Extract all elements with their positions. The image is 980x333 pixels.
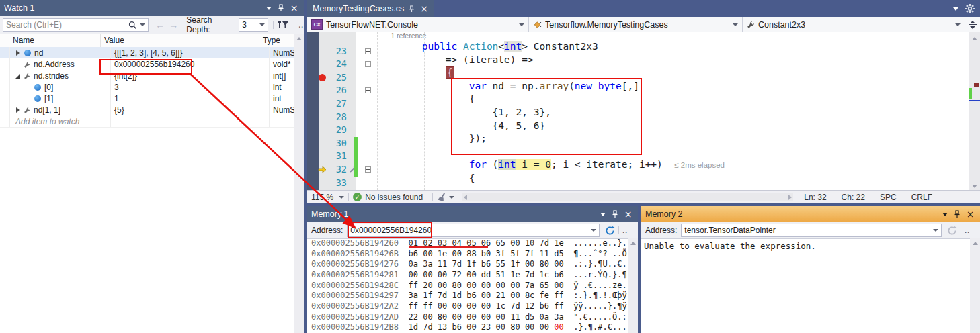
project-dropdown[interactable]: C# TensorFlowNET.Console bbox=[307, 17, 529, 32]
gear-icon[interactable] bbox=[965, 4, 975, 13]
search-options-caret[interactable] bbox=[140, 23, 145, 26]
breakpoint-margin[interactable] bbox=[307, 32, 319, 190]
toolbar-overflow[interactable]: .. bbox=[298, 21, 304, 29]
collapse-region-icon[interactable] bbox=[365, 48, 371, 54]
watch-value[interactable]: {int[2]} bbox=[111, 70, 270, 81]
watch-row[interactable]: nd.strides {int[2]} int[] bbox=[0, 70, 294, 82]
column-header-value[interactable]: Value bbox=[101, 34, 259, 47]
column-header-type[interactable]: Type bbox=[259, 34, 294, 47]
watch-value[interactable]: {[[1, 2, 3], [4, 5, 6]]} bbox=[111, 47, 270, 58]
column-header-name[interactable]: Name bbox=[9, 34, 101, 47]
search-depth-select[interactable]: 3 bbox=[239, 18, 268, 32]
memory-address: 0x000002556B194297 bbox=[311, 291, 399, 300]
memory-row: 0x000002556B194297 3a 1f 7d 1d b6 00 21 … bbox=[307, 291, 628, 301]
watch-value[interactable]: 0x000002556b194260 bbox=[111, 58, 270, 70]
watch-value[interactable]: {5} bbox=[111, 104, 270, 115]
watch-add-row[interactable]: Add item to watch bbox=[0, 115, 294, 128]
memory1-scrollbar[interactable] bbox=[628, 238, 638, 333]
window-menu-button[interactable] bbox=[939, 209, 950, 220]
add-item-to-watch[interactable]: Add item to watch bbox=[10, 115, 111, 127]
watch-row[interactable]: [1] 1 int bbox=[0, 93, 294, 105]
window-menu-button[interactable] bbox=[263, 3, 274, 13]
refresh-button[interactable] bbox=[605, 226, 615, 236]
scroll-left-icon[interactable] bbox=[464, 195, 467, 200]
scroll-up-icon[interactable] bbox=[973, 242, 978, 245]
code-line bbox=[375, 146, 969, 160]
chevron-down-icon bbox=[266, 7, 272, 10]
tab-list-chevron-icon[interactable] bbox=[953, 7, 958, 11]
code-text[interactable]: 1 reference public Action<int> Constant2… bbox=[375, 32, 969, 190]
status-column: Ch: 22 bbox=[842, 193, 865, 202]
address-history-caret[interactable] bbox=[591, 229, 596, 232]
watch-row[interactable]: nd.Address 0x000002556b194260 void* bbox=[0, 58, 294, 70]
watch-row[interactable]: nd {[[1, 2, 3], [4, 5, 6]]} NumShar... bbox=[0, 47, 294, 59]
scroll-down-icon[interactable] bbox=[972, 185, 977, 188]
pin-button[interactable] bbox=[952, 209, 963, 220]
memory1-title: Memory 1 bbox=[311, 209, 349, 219]
memory-bytes-changed: 00 bbox=[554, 322, 563, 332]
code-line: => (iterate) => bbox=[375, 54, 969, 68]
collapse-region-icon[interactable] bbox=[365, 166, 371, 173]
clean-document-button[interactable] bbox=[437, 193, 454, 201]
pin-icon[interactable] bbox=[409, 5, 415, 13]
pin-button[interactable] bbox=[610, 209, 621, 220]
scroll-up-icon[interactable] bbox=[630, 242, 636, 245]
memory-ascii: :.}.¶.!.Œþÿ bbox=[573, 291, 626, 300]
code-area[interactable]: 23 24 25 bbox=[307, 32, 980, 190]
memory1-address-input[interactable]: 0x000002556B194260 bbox=[347, 224, 600, 237]
pin-button[interactable] bbox=[276, 3, 287, 13]
search-input[interactable]: Search (Ctrl+E) bbox=[3, 18, 149, 32]
issues-status[interactable]: No issues found bbox=[365, 193, 423, 202]
close-icon[interactable]: × bbox=[420, 4, 428, 13]
toolbar-overflow[interactable]: .. bbox=[965, 227, 970, 234]
scroll-right-icon[interactable] bbox=[788, 195, 792, 200]
expander-collapsed-icon[interactable] bbox=[15, 107, 21, 113]
close-icon: × bbox=[624, 209, 632, 219]
expander-expanded-icon[interactable] bbox=[15, 73, 21, 79]
scroll-up-icon[interactable] bbox=[972, 37, 977, 40]
close-button[interactable]: × bbox=[622, 209, 634, 220]
memory-address: 0x000002556B19428C bbox=[311, 281, 399, 290]
memory2-scrollbar[interactable] bbox=[970, 238, 980, 333]
type-dropdown[interactable]: Tensorflow.MemoryTestingCases bbox=[529, 17, 743, 32]
navigate-forward-icon[interactable]: → bbox=[169, 19, 178, 30]
codelens-references[interactable]: 1 reference bbox=[375, 32, 969, 41]
zoom-caret[interactable] bbox=[339, 196, 344, 199]
breakpoint-icon[interactable] bbox=[319, 74, 326, 81]
zoom-level[interactable]: 115 % bbox=[311, 193, 333, 202]
memory1-titlebar[interactable]: Memory 1 × bbox=[307, 206, 638, 222]
editor-status-bar: 115 % ✓ No issues found Ln: 32 Ch: 22 SP… bbox=[307, 190, 980, 203]
line-number: 31 bbox=[336, 150, 347, 161]
editor-horizontal-scrollbar[interactable] bbox=[462, 193, 793, 201]
address-history-caret[interactable] bbox=[933, 229, 938, 232]
memory-bytes: ff 20 00 80 00 00 00 00 7a 65 00 bbox=[409, 281, 564, 290]
tab-memorytestingcases[interactable]: MemoryTestingCases.cs × bbox=[307, 0, 434, 17]
close-button[interactable]: × bbox=[288, 3, 300, 13]
scroll-up-icon[interactable] bbox=[296, 37, 302, 40]
watch-value[interactable]: 3 bbox=[111, 81, 270, 93]
member-dropdown[interactable]: Constant2x3 bbox=[743, 17, 965, 32]
watch-row[interactable]: [0] 3 int bbox=[0, 81, 294, 93]
expander-collapsed-icon[interactable] bbox=[15, 50, 21, 56]
memory1-hex-view[interactable]: 0x000002556B194260 01 02 03 04 05 06 65 … bbox=[307, 238, 628, 333]
split-window-button[interactable] bbox=[965, 17, 980, 32]
window-menu-button[interactable] bbox=[597, 209, 608, 220]
watch-titlebar[interactable]: Watch 1 × bbox=[0, 0, 304, 16]
collapse-region-icon[interactable] bbox=[365, 61, 371, 67]
close-button[interactable]: × bbox=[965, 209, 976, 220]
outlining-margin[interactable] bbox=[362, 32, 375, 190]
refresh-button-disabled[interactable] bbox=[947, 226, 957, 236]
memory-address: 0x000002556B1942B8 bbox=[311, 322, 399, 332]
editor-vertical-scrollbar[interactable] bbox=[969, 32, 980, 190]
watch-filter-button[interactable] bbox=[278, 20, 289, 30]
navigate-back-icon[interactable]: ← bbox=[155, 19, 165, 30]
memory2-titlebar[interactable]: Memory 2 × bbox=[641, 206, 980, 222]
line-number: 26 bbox=[336, 85, 347, 95]
watch-value[interactable]: 1 bbox=[111, 93, 270, 104]
property-wrench-icon bbox=[24, 73, 31, 80]
watch-row[interactable]: nd[1, 1] {5} NumShar... bbox=[0, 104, 294, 116]
watch-scrollbar[interactable] bbox=[294, 34, 304, 333]
memory2-address-input[interactable]: tensor.TensorDataPointer bbox=[681, 224, 942, 237]
collapse-region-icon[interactable] bbox=[365, 87, 371, 93]
toolbar-overflow[interactable]: .. bbox=[622, 227, 628, 234]
